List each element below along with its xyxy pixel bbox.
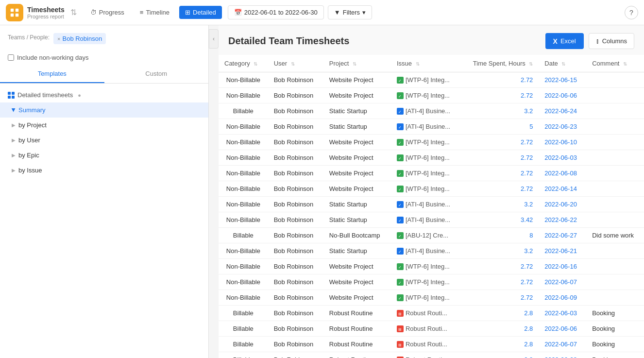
issue-cell: ✓ [ABU-12] Cre... xyxy=(391,228,461,243)
columns-btn[interactable]: ⫿ Columns xyxy=(589,33,634,49)
non-working-days-checkbox[interactable] xyxy=(8,54,14,61)
project-cell: Website Project xyxy=(323,274,391,290)
issue-cell: ⊞ Robust Routi... xyxy=(391,321,461,337)
selected-person-tag[interactable]: × Bob Robinson xyxy=(53,33,106,44)
comment-cell xyxy=(586,135,644,150)
issue-icon: ✓ xyxy=(397,92,404,99)
time-cell: 2.8 xyxy=(461,337,539,352)
date-cell: 2022-06-03 xyxy=(539,306,586,321)
svg-text:⊞: ⊞ xyxy=(398,327,402,331)
comment-cell xyxy=(586,259,644,274)
project-cell: Static Startup xyxy=(323,243,391,259)
remove-person-icon[interactable]: × xyxy=(57,36,60,42)
table-row: Billable Bob Robinson No-Bull Bootcamp ✓… xyxy=(219,228,644,243)
template-group-header[interactable]: Detailed timesheets ● xyxy=(0,87,208,102)
time-cell: 2.72 xyxy=(461,290,539,306)
table-row: Billable Bob Robinson Robust Routine ⊞ R… xyxy=(219,352,644,358)
comment-cell: Did some work xyxy=(586,228,644,243)
col-project[interactable]: Project ⇅ xyxy=(323,55,391,72)
sidebar-item-summary[interactable]: ▶ Summary xyxy=(0,102,208,118)
comment-cell xyxy=(586,290,644,306)
help-btn[interactable]: ? xyxy=(625,6,638,19)
svg-rect-3 xyxy=(16,13,18,16)
progress-nav-btn[interactable]: ⏱ Progress xyxy=(85,6,130,19)
user-cell: Bob Robinson xyxy=(268,274,323,290)
category-cell: Billable xyxy=(219,337,268,352)
time-sort-icon: ⇅ xyxy=(529,61,533,67)
comment-cell xyxy=(586,197,644,212)
filters-btn[interactable]: ▼ Filters ▾ xyxy=(328,5,372,19)
app-chevron-icon[interactable]: ⇅ xyxy=(70,8,77,17)
time-cell: 2.72 xyxy=(461,181,539,197)
project-cell: Static Startup xyxy=(323,103,391,119)
date-cell: 2022-06-07 xyxy=(539,274,586,290)
detailed-nav-btn[interactable]: ⊞ Detailed xyxy=(179,6,222,19)
custom-tab[interactable]: Custom xyxy=(104,65,209,83)
category-cell: Billable xyxy=(219,103,268,119)
col-date[interactable]: Date ⇅ xyxy=(539,55,586,72)
svg-text:✓: ✓ xyxy=(398,281,402,285)
issue-cell: ⊞ Robust Routi... xyxy=(391,352,461,358)
category-cell: Billable xyxy=(219,306,268,321)
col-time-spent[interactable]: Time Spent, Hours ⇅ xyxy=(461,55,539,72)
help-circle-icon: ● xyxy=(78,92,81,98)
table-row: Non-Billable Bob Robinson Website Projec… xyxy=(219,88,644,103)
comment-cell xyxy=(586,181,644,197)
issue-cell: ✓ [WTP-6] Integ... xyxy=(391,259,461,274)
issue-cell: ✓ [WTP-6] Integ... xyxy=(391,181,461,197)
main-layout: Teams / People: × Bob Robinson Include n… xyxy=(0,25,644,358)
time-cell: 2.72 xyxy=(461,166,539,181)
by-project-chevron-icon: ▶ xyxy=(12,122,16,128)
project-cell: Website Project xyxy=(323,135,391,150)
timeline-nav-btn[interactable]: ≡ Timeline xyxy=(134,6,175,19)
app-subtitle: Progress report xyxy=(27,14,65,19)
col-issue[interactable]: Issue ⇅ xyxy=(391,55,461,72)
date-cell: 2022-06-24 xyxy=(539,103,586,119)
col-user[interactable]: User ⇅ xyxy=(268,55,323,72)
time-cell: 2.72 xyxy=(461,274,539,290)
comment-cell: Booking xyxy=(586,321,644,337)
date-cell: 2022-06-27 xyxy=(539,228,586,243)
time-cell: 2.72 xyxy=(461,150,539,166)
project-cell: Static Startup xyxy=(323,197,391,212)
sidebar-item-by-user[interactable]: ▶ by User xyxy=(0,133,208,148)
svg-text:✓: ✓ xyxy=(398,234,402,238)
progress-icon: ⏱ xyxy=(90,9,97,16)
table-row: Billable Bob Robinson Robust Routine ⊞ R… xyxy=(219,337,644,352)
columns-icon: ⫿ xyxy=(596,37,599,45)
comment-cell: Booking xyxy=(586,306,644,321)
col-category[interactable]: Category ⇅ xyxy=(219,55,268,72)
sidebar-collapse-btn[interactable]: ‹ xyxy=(209,29,219,49)
issue-cell: ✓ [ATI-4] Busine... xyxy=(391,103,461,119)
content-header: Detailed Team Timesheets X Excel ⫿ Colum… xyxy=(219,25,644,55)
content-title: Detailed Team Timesheets xyxy=(228,35,349,47)
project-cell: Website Project xyxy=(323,150,391,166)
app-title: Timesheets Progress report xyxy=(27,6,65,19)
date-range-btn[interactable]: 📅 2022-06-01 to 2022-06-30 xyxy=(228,5,324,19)
user-sort-icon: ⇅ xyxy=(291,61,295,67)
category-cell: Non-Billable xyxy=(219,88,268,103)
date-cell: 2022-06-10 xyxy=(539,135,586,150)
svg-text:✓: ✓ xyxy=(398,110,402,114)
sidebar-item-by-issue[interactable]: ▶ by Issue xyxy=(0,163,208,178)
project-cell: Robust Routine xyxy=(323,337,391,352)
date-cell: 2022-06-16 xyxy=(539,259,586,274)
table-row: Billable Bob Robinson Static Startup ✓ [… xyxy=(219,103,644,119)
topbar: Timesheets Progress report ⇅ ⏱ Progress … xyxy=(0,0,644,25)
date-cell: 2022-06-08 xyxy=(539,352,586,358)
svg-text:✓: ✓ xyxy=(398,188,402,191)
category-cell: Non-Billable xyxy=(219,243,268,259)
templates-tab[interactable]: Templates xyxy=(0,65,104,83)
svg-text:✓: ✓ xyxy=(398,265,402,269)
by-epic-chevron-icon: ▶ xyxy=(12,153,16,158)
timesheets-table: Category ⇅ User ⇅ Project ⇅ Issue ⇅ Time… xyxy=(219,55,644,358)
table-row: Non-Billable Bob Robinson Website Projec… xyxy=(219,150,644,166)
time-cell: 3.2 xyxy=(461,243,539,259)
time-cell: 3.42 xyxy=(461,212,539,228)
excel-btn[interactable]: X Excel xyxy=(545,33,584,49)
sidebar-tabs: Templates Custom xyxy=(0,65,208,84)
comment-cell xyxy=(586,103,644,119)
sidebar-item-by-epic[interactable]: ▶ by Epic xyxy=(0,148,208,163)
col-comment[interactable]: Comment ⇅ xyxy=(586,55,644,72)
sidebar-item-by-project[interactable]: ▶ by Project xyxy=(0,118,208,133)
